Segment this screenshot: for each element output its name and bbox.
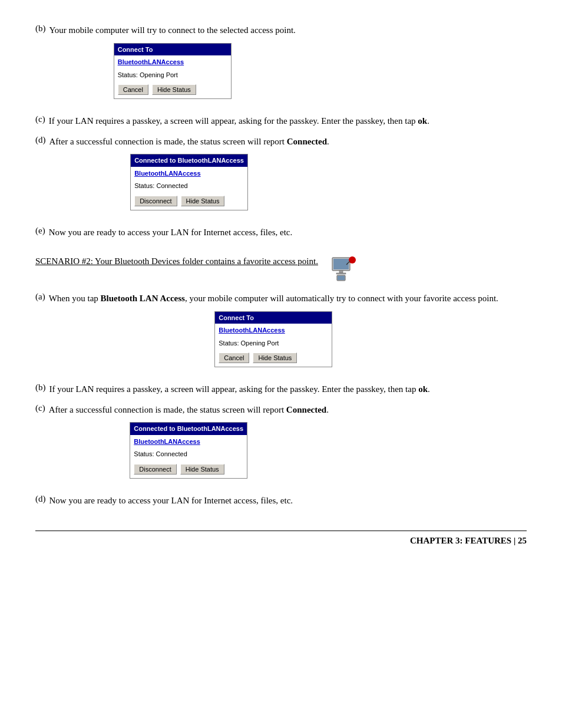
dialog-buttons-2: Cancel Hide Status bbox=[215, 350, 332, 367]
network-svg-icon bbox=[328, 256, 358, 282]
dialog-wrapper-2: Connected to BluetoothLANAccess Bluetoot… bbox=[49, 154, 329, 210]
dialog-wrapper-3: Connect To BluetoothLANAccess Status: Op… bbox=[49, 311, 498, 368]
svg-point-4 bbox=[349, 256, 356, 263]
item-a-2: (a) When you tap Bluetooth LAN Access, y… bbox=[35, 292, 527, 375]
page-content: (b) Your mobile computer will try to con… bbox=[35, 24, 527, 546]
item-c-1: (c) If your LAN requires a passkey, a sc… bbox=[35, 114, 527, 128]
cancel-button-1[interactable]: Cancel bbox=[118, 84, 148, 95]
item-c1-text: If your LAN requires a passkey, a screen… bbox=[49, 116, 418, 126]
hide-status-button-1[interactable]: Hide Status bbox=[152, 84, 196, 95]
hide-status-button-3[interactable]: Hide Status bbox=[253, 353, 297, 363]
item-d-2: (d) Now you are ready to access your LAN… bbox=[35, 494, 527, 508]
disconnect-button-1[interactable]: Disconnect bbox=[134, 196, 177, 206]
dialog-servicename-2: BluetoothLANAccess bbox=[215, 324, 332, 336]
scenario-2-label-block: SCENARIO #2: Your Bluetooth Devices fold… bbox=[35, 256, 318, 266]
item-c2-suffix: . bbox=[326, 405, 329, 414]
item-d2-content: Now you are ready to access your LAN for… bbox=[49, 494, 293, 508]
item-c2-bold: Connected bbox=[286, 405, 326, 414]
item-b2-suffix: . bbox=[428, 384, 430, 394]
scenario-2-label: SCENARIO #2: Your Bluetooth Devices fold… bbox=[35, 256, 318, 266]
item-d-1: (d) After a successful connection is mad… bbox=[35, 135, 527, 219]
connected-servicename-2: BluetoothLANAccess bbox=[130, 435, 247, 447]
item-d1-suffix: . bbox=[327, 137, 329, 146]
item-c1-suffix: . bbox=[427, 116, 429, 126]
item-e1-content: Now you are ready to access your LAN for… bbox=[49, 226, 293, 239]
svg-rect-3 bbox=[336, 273, 346, 274]
svg-rect-2 bbox=[339, 271, 343, 273]
paren-label-e1: (e) bbox=[35, 226, 45, 236]
dialog-wrapper-1: Connect To BluetoothLANAccess Status: Op… bbox=[49, 43, 296, 100]
connected-dialog-1: Connected to BluetoothLANAccess Bluetoot… bbox=[130, 154, 248, 210]
page-footer: CHAPTER 3: FEATURES | 25 bbox=[35, 531, 527, 546]
dialog-status-2: Status: Opening Port bbox=[215, 336, 332, 351]
hide-status-button-4[interactable]: Hide Status bbox=[180, 464, 224, 475]
item-b2-bold: ok bbox=[418, 384, 428, 394]
paren-label-a2: (a) bbox=[35, 292, 45, 302]
connected-status-2: Status: Connected bbox=[130, 447, 247, 462]
connect-dialog-2: Connect To BluetoothLANAccess Status: Op… bbox=[214, 311, 332, 368]
dialog-status-1: Status: Opening Port bbox=[114, 68, 231, 83]
item-b-1: (b) Your mobile computer will try to con… bbox=[35, 24, 527, 107]
connected-dialog-2: Connected to BluetoothLANAccess Bluetoot… bbox=[130, 422, 247, 479]
connected-buttons-2: Disconnect Hide Status bbox=[130, 462, 247, 478]
network-icon bbox=[328, 256, 358, 285]
section-1: (b) Your mobile computer will try to con… bbox=[35, 24, 527, 239]
dialog-wrapper-4: Connected to BluetoothLANAccess Bluetoot… bbox=[49, 422, 329, 479]
paren-label-d1: (d) bbox=[35, 135, 46, 145]
item-b2-text: If your LAN requires a passkey, a screen… bbox=[49, 384, 419, 394]
paren-label-b2: (b) bbox=[35, 383, 46, 393]
item-d1-bold: Connected bbox=[287, 137, 327, 146]
scenario-2-header: SCENARIO #2: Your Bluetooth Devices fold… bbox=[35, 256, 527, 285]
item-d1-text: After a successful connection is made, t… bbox=[49, 137, 287, 146]
item-a2-bold: Bluetooth LAN Access bbox=[101, 294, 185, 303]
item-c2-text: After a successful connection is made, t… bbox=[49, 405, 286, 414]
connected-status-1: Status: Connected bbox=[131, 179, 247, 193]
dialog-buttons-1: Cancel Hide Status bbox=[114, 82, 231, 98]
connected-buttons-1: Disconnect Hide Status bbox=[131, 193, 247, 210]
paren-label-c1: (c) bbox=[35, 114, 45, 124]
item-b-2: (b) If your LAN requires a passkey, a sc… bbox=[35, 383, 527, 396]
item-c-2: (c) After a successful connection is mad… bbox=[35, 403, 527, 487]
connected-titlebar-2: Connected to BluetoothLANAccess bbox=[130, 423, 247, 435]
item-a2-text-pre: When you tap bbox=[49, 294, 101, 303]
footer-text: CHAPTER 3: FEATURES | 25 bbox=[410, 536, 527, 545]
item-d2-text: Now you are ready to access your LAN for… bbox=[49, 496, 293, 505]
hide-status-button-2[interactable]: Hide Status bbox=[181, 196, 225, 206]
connected-titlebar-1: Connected to BluetoothLANAccess bbox=[131, 154, 247, 167]
section-2: (a) When you tap Bluetooth LAN Access, y… bbox=[35, 292, 527, 507]
item-c2-content: After a successful connection is made, t… bbox=[49, 403, 329, 487]
item-a2-text-post: , your mobile computer will automaticall… bbox=[185, 294, 498, 303]
dialog-servicename-1: BluetoothLANAccess bbox=[114, 55, 231, 68]
dialog-titlebar-2: Connect To bbox=[215, 312, 332, 324]
dialog-titlebar-1: Connect To bbox=[114, 44, 231, 56]
item-c1-bold: ok bbox=[418, 116, 427, 126]
item-b1-text: Your mobile computer will try to connect… bbox=[49, 25, 296, 35]
svg-rect-7 bbox=[338, 276, 345, 280]
item-e1-text: Now you are ready to access your LAN for… bbox=[49, 228, 293, 237]
item-c1-content: If your LAN requires a passkey, a screen… bbox=[49, 114, 429, 128]
connected-servicename-1: BluetoothLANAccess bbox=[131, 167, 247, 179]
item-a2-content: When you tap Bluetooth LAN Access, your … bbox=[49, 292, 498, 375]
item-e-1: (e) Now you are ready to access your LAN… bbox=[35, 226, 527, 239]
disconnect-button-2[interactable]: Disconnect bbox=[134, 464, 176, 475]
paren-label-d2: (d) bbox=[35, 494, 46, 504]
cancel-button-2[interactable]: Cancel bbox=[219, 353, 249, 363]
connect-dialog-1: Connect To BluetoothLANAccess Status: Op… bbox=[114, 43, 232, 100]
item-d1-content: After a successful connection is made, t… bbox=[49, 135, 329, 219]
paren-label-b1: (b) bbox=[35, 24, 46, 34]
item-b1-content: Your mobile computer will try to connect… bbox=[49, 24, 296, 107]
item-b2-content: If your LAN requires a passkey, a screen… bbox=[49, 383, 430, 396]
paren-label-c2: (c) bbox=[35, 403, 45, 413]
